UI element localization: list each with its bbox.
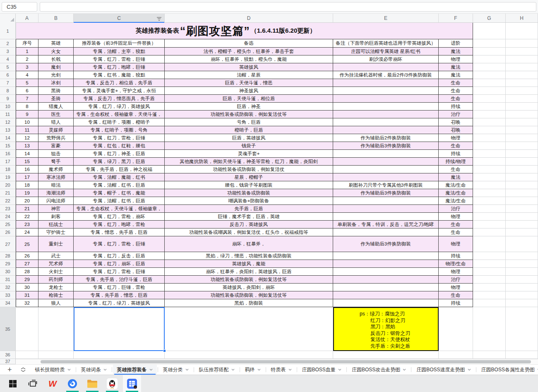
cell-empty[interactable] <box>38 307 74 351</box>
cell-alternatives[interactable]: 法书，橙帽子，橙头巾，狂暴斧，暴击手套 <box>165 48 333 55</box>
cell-hero[interactable]: 重剑士 <box>38 236 74 252</box>
cell-empty[interactable] <box>473 284 506 291</box>
cell-empty[interactable] <box>473 299 506 307</box>
cell-no[interactable]: 12 <box>16 134 38 142</box>
cell-empty[interactable] <box>506 158 538 166</box>
cell-advance[interactable]: 魔法 <box>439 48 473 55</box>
row-header-27[interactable]: 27 <box>0 236 16 252</box>
cell-hero[interactable]: 魔剑 <box>38 63 74 71</box>
cell-remark[interactable] <box>333 291 439 299</box>
cell-alternatives[interactable]: 功能性装备或防御装，例如复活仗等 <box>165 291 333 299</box>
row-header-14[interactable]: 14 <box>0 134 16 142</box>
row-header-15[interactable]: 15 <box>0 142 16 150</box>
cell-no[interactable]: 3 <box>16 63 38 71</box>
cell-remark[interactable] <box>333 111 439 118</box>
cell-advance[interactable]: 物理 <box>439 55 473 63</box>
cell-empty[interactable] <box>473 252 506 260</box>
cell-advance[interactable]: 持续 <box>439 299 473 307</box>
cell-empty[interactable] <box>506 79 538 87</box>
cell-empty[interactable] <box>473 205 506 213</box>
cell-empty[interactable] <box>38 351 74 359</box>
cell-remark[interactable]: 刷沙漠必带崩坏 <box>333 55 439 63</box>
cell-empty[interactable] <box>473 158 506 166</box>
cell-remark[interactable] <box>333 260 439 268</box>
row-header-29[interactable]: 29 <box>0 260 16 268</box>
cell-advance[interactable]: 治疗 <box>439 111 473 118</box>
cell-empty[interactable] <box>506 189 538 197</box>
cell-empty[interactable] <box>506 23 538 39</box>
header-hero[interactable]: 英雄 <box>38 39 74 48</box>
cell-advance[interactable]: 物理 <box>439 236 473 252</box>
cell-empty[interactable] <box>506 142 538 150</box>
cell-remark[interactable] <box>333 228 439 236</box>
cell-advance[interactable]: 物理 <box>439 134 473 142</box>
cell-no[interactable]: 24 <box>16 228 38 236</box>
cell-empty[interactable] <box>506 221 538 228</box>
cell-advance[interactable]: 魔法/生命 <box>439 181 473 189</box>
cell-empty[interactable] <box>506 236 538 252</box>
cell-hero[interactable]: 药剂师 <box>38 276 74 284</box>
cell-remark[interactable]: 单刷装备，专属，特训，反击，诅咒之刀/咆哮 <box>333 221 439 228</box>
cell-no[interactable]: 21 <box>16 205 38 213</box>
cell-no[interactable]: 30 <box>16 284 38 291</box>
row-header-22[interactable]: 22 <box>0 197 16 205</box>
cell-recommended[interactable]: 专属，红刀，咆哮，雷枪 <box>74 221 165 228</box>
cell-empty[interactable] <box>506 55 538 63</box>
cell-alternatives[interactable]: 功能性装备或防御装，例如复活仗等 <box>165 276 333 284</box>
cell-alternatives[interactable]: 黑焰，防御装 <box>165 299 333 307</box>
cell-advance[interactable]: 生命 <box>439 87 473 95</box>
cell-hero[interactable]: 猎魔人 <box>38 103 74 111</box>
cell-empty[interactable] <box>506 48 538 55</box>
cell-recommended[interactable]: 专属，红哨子，项圈，橙哨子 <box>74 118 165 126</box>
cell-empty[interactable] <box>473 55 506 63</box>
sheet-tab-队伍推荐搭配[interactable]: 队伍推荐搭配 <box>195 365 239 375</box>
column-header-D[interactable]: D <box>165 14 333 22</box>
cell-empty[interactable] <box>506 268 538 276</box>
cell-recommended[interactable]: 专属，反击刀，憎恶面具，先手盾 <box>74 95 165 103</box>
cell-hero[interactable]: 圣骑 <box>38 95 74 103</box>
cell-hero[interactable]: 火女 <box>38 48 74 55</box>
cell-no[interactable]: 32 <box>16 299 38 307</box>
cell-recommended[interactable]: 专属，红刀，咆哮，巨锤 <box>74 63 165 71</box>
cell-hero[interactable]: 弩手 <box>38 158 74 166</box>
cell-empty[interactable] <box>506 87 538 95</box>
cell-advance[interactable]: 物理 <box>439 284 473 291</box>
row-header-17[interactable]: 17 <box>0 158 16 166</box>
cell-empty[interactable] <box>506 284 538 291</box>
row-header-32[interactable]: 32 <box>0 284 16 291</box>
cell-recommended[interactable]: 专属，绿刀，黑刀，巨盾 <box>74 158 165 166</box>
cell-empty[interactable] <box>473 48 506 55</box>
cell-no[interactable]: 6 <box>16 87 38 95</box>
cell-no[interactable]: 25 <box>16 236 38 252</box>
cell-hero[interactable]: 狙击 <box>38 150 74 158</box>
cell-alternatives[interactable]: 巨盾，天使斗篷，相位盾 <box>165 95 333 103</box>
cell-hero[interactable]: 冰剑 <box>38 79 74 87</box>
row-header-37[interactable]: 37 <box>0 359 16 364</box>
cell-alternatives[interactable]: 法帽，星辰 <box>165 71 333 79</box>
cell-empty[interactable] <box>506 276 538 284</box>
sheet-tab-庄园BOSS各属性走势图[interactable]: 庄园BOSS各属性走势图 <box>477 365 538 375</box>
cell-empty[interactable] <box>506 39 538 48</box>
row-header-25[interactable]: 25 <box>0 221 16 228</box>
cell-advance[interactable]: 持续 <box>439 103 473 111</box>
cell-alternatives[interactable]: 英雄披风，魔能 <box>165 260 333 268</box>
horizontal-scrollbar[interactable] <box>16 359 538 364</box>
cell-no[interactable]: 1 <box>16 48 38 55</box>
cell-hero[interactable]: 狂战士 <box>38 221 74 228</box>
cell-alternatives[interactable]: 嘲讽装备+防御装备 <box>165 197 333 205</box>
cell-remark[interactable] <box>333 150 439 158</box>
cell-empty[interactable] <box>473 71 506 79</box>
cell-hero[interactable]: 神官 <box>38 205 74 213</box>
cell-alternatives[interactable]: 英雄披风，炎阳剑，崩坏 <box>165 284 333 291</box>
cell-advance[interactable]: 持续 <box>439 252 473 260</box>
cell-advance[interactable]: 魔法 <box>439 63 473 71</box>
scrollbar-thumb[interactable] <box>41 360 531 363</box>
cell-no[interactable]: 31 <box>16 291 38 299</box>
sheet-tab-特质表[interactable]: 特质表 <box>267 365 296 375</box>
cell-no[interactable]: 27 <box>16 260 38 268</box>
cell-advance[interactable]: 治疗 <box>439 276 473 284</box>
cell-empty[interactable] <box>439 351 473 359</box>
sheet-tab-英雄推荐装备[interactable]: 英雄推荐装备 <box>113 365 157 375</box>
cell-recommended[interactable]: 专属，红书，魔能，狡黠 <box>74 71 165 79</box>
cell-empty[interactable] <box>506 63 538 71</box>
